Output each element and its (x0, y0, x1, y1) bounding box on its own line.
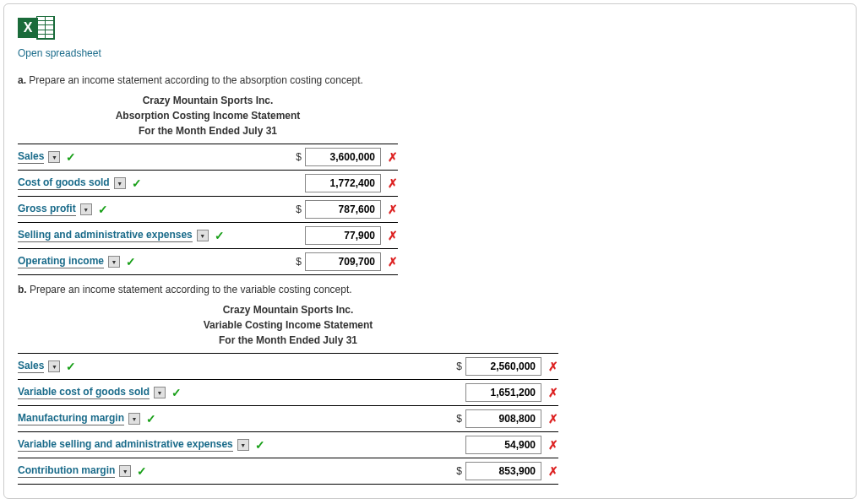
table-row: Manufacturing margin ▼ ✓ $ ✗ (18, 406, 558, 432)
table-row: Variable selling and administrative expe… (18, 432, 558, 458)
check-icon: ✓ (132, 176, 142, 190)
row-label-dropdown[interactable]: Operating income (18, 255, 104, 268)
dollar-sign: $ (291, 256, 302, 268)
x-mark-icon: ✗ (548, 412, 558, 425)
chevron-down-icon[interactable]: ▼ (128, 413, 140, 425)
company-name-a: Crazy Mountain Sports Inc. (18, 93, 398, 108)
x-mark-icon: ✗ (388, 255, 398, 268)
value-input[interactable] (465, 357, 541, 376)
question-a-letter: a. (18, 74, 26, 86)
table-row: Selling and administrative expenses ▼ ✓ … (18, 223, 398, 249)
question-b-letter: b. (18, 284, 27, 295)
check-icon: ✓ (137, 464, 147, 478)
check-icon: ✓ (171, 386, 182, 399)
dollar-sign: $ (291, 151, 302, 163)
row-label-dropdown[interactable]: Variable selling and administrative expe… (18, 438, 233, 452)
chevron-down-icon[interactable]: ▼ (119, 465, 131, 477)
table-row: Operating income ▼ ✓ $ ✗ (18, 249, 398, 275)
table-row: Sales ▼ ✓ $ ✗ (18, 354, 558, 380)
statement-a-table: Sales ▼ ✓ $ ✗ Cost of goods sold ▼ ✓ ✗ (18, 144, 398, 275)
chevron-down-icon[interactable]: ▼ (48, 360, 60, 372)
excel-icon: X (18, 16, 55, 41)
dollar-sign: $ (452, 465, 462, 477)
row-label-dropdown[interactable]: Selling and administrative expenses (18, 229, 193, 242)
x-mark-icon: ✗ (548, 360, 558, 373)
document-container: X Open spreadsheet a. Prepare an income … (3, 3, 857, 499)
row-label-dropdown[interactable]: Manufacturing margin (18, 412, 124, 425)
question-b-prompt: Prepare an income statement according to… (30, 284, 352, 295)
question-a-prompt: Prepare an income statement according to… (29, 74, 363, 86)
check-icon: ✓ (126, 255, 136, 268)
period-b: For the Month Ended July 31 (18, 333, 558, 348)
statement-b-table: Sales ▼ ✓ $ ✗ Variable cost of goods sol… (18, 353, 558, 485)
check-icon: ✓ (66, 150, 76, 164)
x-mark-icon: ✗ (548, 386, 558, 399)
check-icon: ✓ (98, 203, 108, 216)
x-mark-icon: ✗ (388, 150, 398, 164)
row-label-dropdown[interactable]: Sales (18, 360, 44, 373)
row-label-dropdown[interactable]: Contribution margin (18, 464, 115, 478)
x-mark-icon: ✗ (548, 464, 558, 478)
row-label-dropdown[interactable]: Variable cost of goods sold (18, 386, 150, 399)
chevron-down-icon[interactable]: ▼ (48, 151, 60, 163)
value-input[interactable] (305, 252, 381, 271)
check-icon: ✓ (215, 229, 225, 242)
statement-type-a: Absorption Costing Income Statement (18, 108, 398, 123)
value-input[interactable] (465, 409, 541, 428)
dollar-sign: $ (452, 413, 462, 425)
statement-a-header: Crazy Mountain Sports Inc. Absorption Co… (18, 93, 398, 138)
period-a: For the Month Ended July 31 (18, 123, 398, 138)
statement-b-header: Crazy Mountain Sports Inc. Variable Cost… (18, 302, 558, 348)
table-row: Cost of goods sold ▼ ✓ ✗ (18, 171, 398, 197)
company-name-b: Crazy Mountain Sports Inc. (18, 302, 558, 317)
table-row: Contribution margin ▼ ✓ $ ✗ (18, 458, 558, 485)
chevron-down-icon[interactable]: ▼ (114, 177, 126, 189)
value-input[interactable] (465, 462, 541, 480)
chevron-down-icon[interactable]: ▼ (237, 439, 249, 451)
check-icon: ✓ (255, 438, 265, 452)
value-input[interactable] (305, 174, 381, 192)
row-label-dropdown[interactable]: Cost of goods sold (18, 176, 110, 190)
chevron-down-icon[interactable]: ▼ (197, 230, 209, 241)
value-input[interactable] (465, 436, 541, 454)
x-mark-icon: ✗ (388, 229, 398, 242)
check-icon: ✓ (66, 360, 76, 373)
chevron-down-icon[interactable]: ▼ (80, 203, 92, 215)
value-input[interactable] (305, 226, 381, 245)
row-label-dropdown[interactable]: Gross profit (18, 203, 76, 216)
table-row: Gross profit ▼ ✓ $ ✗ (18, 197, 398, 223)
x-mark-icon: ✗ (388, 203, 398, 216)
x-mark-icon: ✗ (388, 176, 398, 190)
chevron-down-icon[interactable]: ▼ (154, 387, 166, 398)
dollar-sign: $ (291, 203, 302, 215)
chevron-down-icon[interactable]: ▼ (108, 256, 120, 268)
row-label-dropdown[interactable]: Sales (18, 150, 44, 164)
open-spreadsheet-link[interactable]: Open spreadsheet (18, 47, 101, 59)
table-row: Sales ▼ ✓ $ ✗ (18, 144, 398, 171)
dollar-sign: $ (452, 360, 462, 372)
x-mark-icon: ✗ (548, 438, 558, 452)
value-input[interactable] (305, 148, 381, 166)
check-icon: ✓ (146, 412, 156, 425)
table-row: Variable cost of goods sold ▼ ✓ ✗ (18, 380, 558, 406)
value-input[interactable] (465, 383, 541, 402)
question-b-text: b. Prepare an income statement according… (18, 284, 842, 295)
question-a-text: a. Prepare an income statement according… (18, 74, 842, 86)
value-input[interactable] (305, 200, 381, 219)
statement-type-b: Variable Costing Income Statement (18, 317, 558, 333)
